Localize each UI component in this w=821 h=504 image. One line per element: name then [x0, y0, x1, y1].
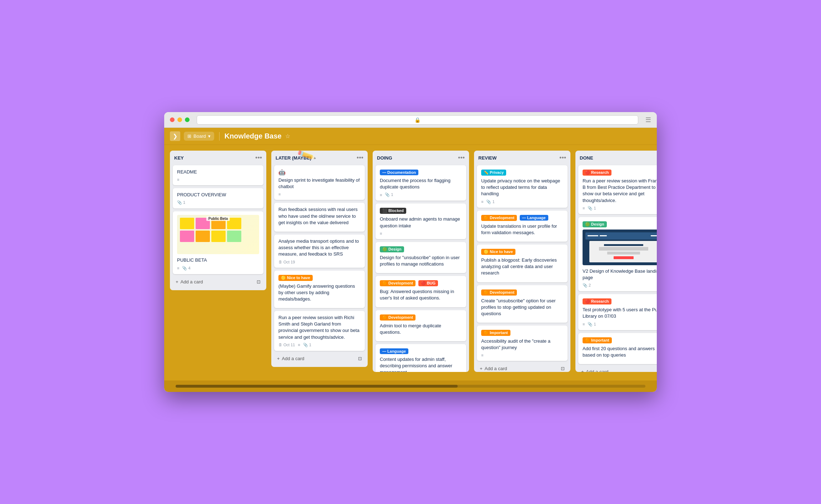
card-lines-documentation: ≡: [380, 193, 382, 197]
card-title-peer-review-richi: Run a peer review session with Richi Smi…: [278, 314, 361, 341]
card-public-beta[interactable]: Public Beta PUBLIC BETA ≡ 📎 4: [173, 211, 263, 274]
card-feedback-sessions[interactable]: Run feedback sessions with real users wh…: [274, 203, 365, 232]
column-menu-key[interactable]: •••: [255, 154, 262, 162]
column-later: LATER (MAYBE) ••• 🤖 Design sprint to inv…: [271, 151, 368, 367]
card-important-20q[interactable]: 🟠 Important Add first 20 questions and a…: [578, 333, 657, 364]
card-attachment-privacy: 📎 1: [486, 200, 494, 204]
board-label: Board: [193, 133, 206, 139]
badge-research-prototype: 🔴 Research: [583, 298, 611, 304]
column-doing: DOING ••• — Documentation Document the p…: [373, 151, 469, 372]
card-lang-content[interactable]: — Language Content updates for admin sta…: [376, 344, 466, 372]
card-footer-research-prototype: ≡ 📎 1: [583, 322, 657, 327]
url-bar[interactable]: 🔒: [197, 115, 638, 125]
column-menu-doing[interactable]: •••: [458, 154, 465, 162]
card-lines-research-prototype: ≡: [583, 322, 585, 326]
add-card-review[interactable]: + Add a card ⊡: [477, 364, 568, 372]
sticky-note-7: [211, 231, 226, 242]
card-documentation[interactable]: — Documentation Document the process for…: [376, 165, 466, 201]
chatbot-icon: 🤖: [278, 169, 286, 176]
scrollbar-track[interactable]: [176, 385, 645, 388]
card-privacy[interactable]: ✏️ Privacy Update privacy notice on the …: [477, 165, 568, 208]
column-header-key: KEY •••: [173, 154, 263, 162]
add-icon-later: +: [277, 356, 280, 361]
card-research-peer-review[interactable]: 🔴 Research Run a peer review session wit…: [578, 165, 657, 214]
add-card-key[interactable]: + Add a card ⊡: [173, 277, 263, 287]
card-lines-readme: ≡: [177, 177, 179, 182]
column-title-done: DONE: [580, 155, 593, 161]
card-design-unsubscribe[interactable]: 🟢 Design Design for "unsubscribe" option…: [376, 242, 466, 273]
card-attachment-research-peer-review: 📎 1: [588, 206, 596, 211]
column-title-key: KEY: [174, 155, 184, 161]
column-menu-review[interactable]: •••: [559, 154, 566, 162]
menu-icon[interactable]: ☰: [645, 116, 651, 124]
card-media-transport[interactable]: Analyse media transport options and to a…: [274, 235, 365, 268]
card-title-gamify: (Maybe) Gamify answering questions by ot…: [278, 283, 361, 303]
add-label-review: Add a card: [485, 366, 507, 371]
sidebar-toggle[interactable]: ❯: [170, 131, 180, 141]
archive-icon-key: ⊡: [257, 279, 261, 284]
card-footer-important-audit: ≡: [481, 353, 563, 357]
badge-dev-merge: 🟠 Development: [380, 314, 415, 321]
card-design-v2[interactable]: 🟢 Design: [578, 217, 657, 291]
card-image-public-beta: Public Beta: [177, 215, 259, 254]
card-peer-review-richi[interactable]: Run a peer review session with Richi Smi…: [274, 311, 365, 351]
board-grid-icon: ⊞: [187, 133, 191, 139]
column-header-later: LATER (MAYBE) •••: [274, 154, 365, 162]
columns-container: KEY ••• README ≡ PRODUCT OVERVIEW 📎 1: [170, 151, 651, 372]
badge-doc-documentation: — Documentation: [380, 170, 418, 175]
card-title-research-prototype: Test prototype with 5 users at the Publi…: [583, 307, 657, 319]
card-footer-design-v2: 📎 2: [583, 283, 657, 288]
card-dev-bug[interactable]: 🟠 Development 🔴 BUG Bug: Answered questi…: [376, 276, 466, 307]
column-header-doing: DOING •••: [376, 154, 466, 162]
card-attachment-public-beta: 📎 4: [182, 266, 190, 271]
add-icon-done: +: [581, 369, 584, 372]
card-attachment-research-prototype: 📎 1: [588, 322, 596, 327]
card-readme[interactable]: README ≡: [173, 165, 263, 185]
card-important-audit[interactable]: 🟠 Important Accessibility audit of the "…: [477, 326, 568, 361]
card-nice-blogpost[interactable]: 🟡 Nice to have Publish a blogpost: Early…: [477, 245, 568, 282]
badge-design-unsubscribe: 🟢 Design: [380, 246, 404, 252]
add-card-later[interactable]: + Add a card ⊡: [274, 354, 365, 363]
column-key: KEY ••• README ≡ PRODUCT OVERVIEW 📎 1: [170, 151, 266, 290]
card-title-public-beta: PUBLIC BETA: [177, 257, 259, 263]
scrollbar-area: [164, 380, 657, 392]
card-title-design-unsubscribe: Design for "unsubscribe" option in user …: [380, 254, 462, 267]
maximize-button[interactable]: [185, 117, 190, 122]
card-dev-merge[interactable]: 🟠 Development Admin tool to merge duplic…: [376, 310, 466, 341]
card-attachment-peer-review-richi: 📎 1: [303, 343, 311, 347]
card-product-overview[interactable]: PRODUCT OVERVIEW 📎 1: [173, 188, 263, 208]
card-dev-translations[interactable]: 🟠 Development — Language Update translat…: [477, 211, 568, 242]
scrollbar-thumb[interactable]: [176, 385, 458, 388]
card-design-sprint[interactable]: 🤖 Design sprint to investigate feasibili…: [274, 165, 365, 200]
column-menu-later[interactable]: •••: [357, 154, 363, 162]
chevron-down-icon: ▾: [208, 133, 211, 139]
card-footer-peer-review-richi: 🗓 Oct 11 ≡ 📎 1: [278, 343, 361, 347]
add-card-done[interactable]: + Add a card ⊡: [578, 367, 657, 372]
badge-lang-content: — Language: [380, 348, 408, 354]
card-title-dev-merge: Admin tool to merge duplicate questions.: [380, 323, 462, 336]
card-dev-unsubscribe[interactable]: 🟠 Development Create "unsubscribe" optio…: [477, 285, 568, 323]
badge-research-peer-review: 🔴 Research: [583, 170, 611, 176]
public-beta-label: Public Beta: [206, 216, 230, 221]
star-icon[interactable]: ☆: [285, 133, 290, 140]
add-icon-review: +: [480, 366, 483, 371]
card-research-prototype[interactable]: 🔴 Research Test prototype with 5 users a…: [578, 294, 657, 330]
badge-blocked-blocked: ⬛ Blocked: [380, 208, 406, 214]
column-review: REVIEW ••• ✏️ Privacy Update privacy not…: [474, 151, 570, 372]
minimize-button[interactable]: [177, 117, 182, 122]
header-separator: [219, 132, 220, 141]
card-title-dev-translations: Update translations in user profile for …: [481, 223, 563, 236]
card-title-readme: README: [177, 169, 259, 175]
archive-icon-review: ⊡: [561, 366, 565, 371]
card-date-media-transport: 🗓 Oct 19: [278, 260, 295, 264]
card-footer-research-peer-review: ≡ 📎 1: [583, 206, 657, 211]
card-screenshot-design-v2: [583, 230, 657, 265]
close-button[interactable]: [170, 117, 175, 122]
card-blocked[interactable]: ⬛ Blocked Onboard new admin agents to ma…: [376, 203, 466, 239]
card-gamify[interactable]: 🟡 Nice to have (Maybe) Gamify answering …: [274, 271, 365, 308]
card-footer-readme: ≡: [177, 177, 259, 182]
card-footer-privacy: ≡ 📎 1: [481, 200, 563, 204]
badge-important-20q: 🟠 Important: [583, 337, 612, 343]
board-selector[interactable]: ⊞ Board ▾: [184, 132, 214, 141]
card-footer-media-transport: 🗓 Oct 19: [278, 260, 361, 264]
